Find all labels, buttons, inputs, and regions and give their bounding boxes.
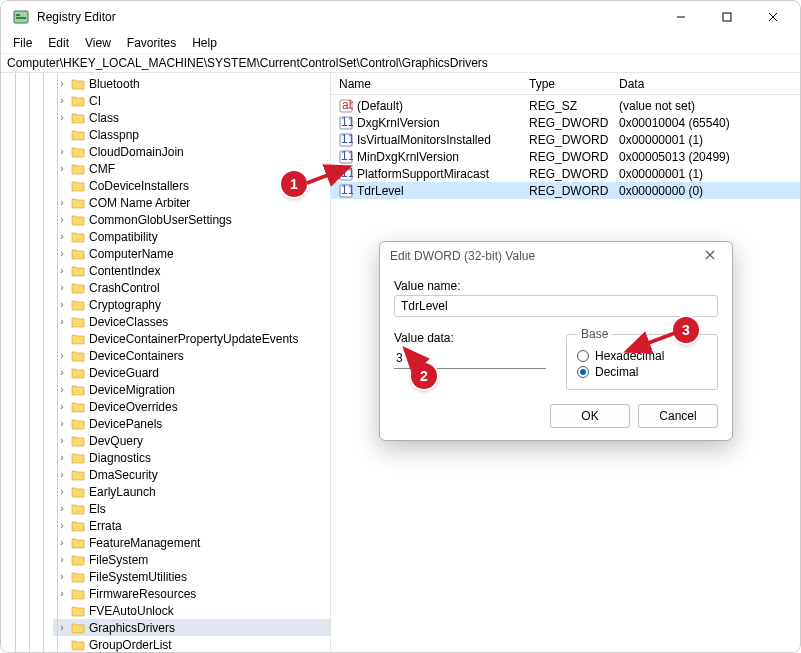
tree-item[interactable]: ›FileSystem bbox=[53, 551, 330, 568]
chevron-right-icon[interactable]: › bbox=[57, 95, 67, 106]
dialog-close-button[interactable] bbox=[698, 249, 722, 263]
chevron-right-icon[interactable]: › bbox=[57, 452, 67, 463]
tree-item[interactable]: ›DeviceClasses bbox=[53, 313, 330, 330]
tree-item[interactable]: ›CommonGlobUserSettings bbox=[53, 211, 330, 228]
tree-label: CloudDomainJoin bbox=[89, 145, 184, 159]
chevron-right-icon[interactable]: › bbox=[57, 197, 67, 208]
chevron-right-icon[interactable]: › bbox=[57, 112, 67, 123]
tree-pane[interactable]: ›Bluetooth›CI›ClassClasspnp›CloudDomainJ… bbox=[1, 73, 331, 652]
tree-item[interactable]: ›Class bbox=[53, 109, 330, 126]
tree-label: FirmwareResources bbox=[89, 587, 196, 601]
tree-item[interactable]: ›FeatureManagement bbox=[53, 534, 330, 551]
tree-item[interactable]: ›FirmwareResources bbox=[53, 585, 330, 602]
svg-rect-2 bbox=[16, 17, 26, 19]
titlebar[interactable]: Registry Editor bbox=[1, 1, 800, 33]
chevron-right-icon[interactable]: › bbox=[57, 503, 67, 514]
dialog-titlebar[interactable]: Edit DWORD (32-bit) Value bbox=[380, 242, 732, 269]
list-row[interactable]: 110DxgKrnlVersionREG_DWORD0x00010004 (65… bbox=[331, 114, 800, 131]
chevron-right-icon[interactable]: › bbox=[57, 622, 67, 633]
maximize-button[interactable] bbox=[704, 1, 750, 33]
tree-item[interactable]: FVEAutoUnlock bbox=[53, 602, 330, 619]
tree-item[interactable]: ›DeviceContainers bbox=[53, 347, 330, 364]
chevron-right-icon[interactable]: › bbox=[57, 486, 67, 497]
chevron-right-icon[interactable]: › bbox=[57, 401, 67, 412]
chevron-right-icon[interactable]: › bbox=[57, 571, 67, 582]
tree-item[interactable]: ›ContentIndex bbox=[53, 262, 330, 279]
tree-item[interactable]: ›GraphicsDrivers bbox=[53, 619, 330, 636]
value-type: REG_DWORD bbox=[521, 116, 611, 130]
address-bar[interactable]: Computer\HKEY_LOCAL_MACHINE\SYSTEM\Curre… bbox=[1, 53, 800, 73]
chevron-right-icon[interactable]: › bbox=[57, 367, 67, 378]
chevron-right-icon[interactable]: › bbox=[57, 78, 67, 89]
chevron-right-icon[interactable]: › bbox=[57, 588, 67, 599]
menu-file[interactable]: File bbox=[7, 35, 38, 51]
col-type[interactable]: Type bbox=[521, 75, 611, 93]
chevron-right-icon[interactable]: › bbox=[57, 231, 67, 242]
tree-item[interactable]: ›COM Name Arbiter bbox=[53, 194, 330, 211]
chevron-right-icon[interactable]: › bbox=[57, 435, 67, 446]
col-name[interactable]: Name bbox=[331, 75, 521, 93]
chevron-right-icon[interactable]: › bbox=[57, 316, 67, 327]
chevron-right-icon[interactable]: › bbox=[57, 554, 67, 565]
tree-item[interactable]: Classpnp bbox=[53, 126, 330, 143]
tree-item[interactable]: ›Diagnostics bbox=[53, 449, 330, 466]
chevron-right-icon[interactable]: › bbox=[57, 248, 67, 259]
chevron-right-icon[interactable]: › bbox=[57, 299, 67, 310]
chevron-right-icon[interactable]: › bbox=[57, 214, 67, 225]
value-name: DxgKrnlVersion bbox=[357, 116, 440, 130]
chevron-right-icon[interactable]: › bbox=[57, 469, 67, 480]
tree-label: CMF bbox=[89, 162, 115, 176]
menu-help[interactable]: Help bbox=[186, 35, 223, 51]
tree-item[interactable]: ›DevicePanels bbox=[53, 415, 330, 432]
list-row[interactable]: ab(Default)REG_SZ(value not set) bbox=[331, 97, 800, 114]
chevron-right-icon[interactable]: › bbox=[57, 265, 67, 276]
chevron-right-icon[interactable]: › bbox=[57, 384, 67, 395]
tree-item[interactable]: ›DeviceGuard bbox=[53, 364, 330, 381]
chevron-right-icon[interactable]: › bbox=[57, 163, 67, 174]
tree-item[interactable]: ›ComputerName bbox=[53, 245, 330, 262]
tree-item[interactable]: ›Bluetooth bbox=[53, 75, 330, 92]
tree-item[interactable]: ›Cryptography bbox=[53, 296, 330, 313]
radio-hexadecimal[interactable]: Hexadecimal bbox=[577, 349, 707, 363]
list-row[interactable]: 110IsVirtualMonitorsInstalledREG_DWORD0x… bbox=[331, 131, 800, 148]
folder-icon bbox=[71, 486, 85, 498]
tree-item[interactable]: DeviceContainerPropertyUpdateEvents bbox=[53, 330, 330, 347]
tree-item[interactable]: ›CI bbox=[53, 92, 330, 109]
tree-item[interactable]: ›EarlyLaunch bbox=[53, 483, 330, 500]
menu-favorites[interactable]: Favorites bbox=[121, 35, 182, 51]
value-data: 0x00000001 (1) bbox=[611, 167, 800, 181]
tree-item[interactable]: ›DmaSecurity bbox=[53, 466, 330, 483]
value-name-field[interactable]: TdrLevel bbox=[394, 295, 718, 317]
chevron-right-icon[interactable]: › bbox=[57, 520, 67, 531]
tree-item[interactable]: ›Errata bbox=[53, 517, 330, 534]
list-row[interactable]: 110PlatformSupportMiracastREG_DWORD0x000… bbox=[331, 165, 800, 182]
col-data[interactable]: Data bbox=[611, 75, 800, 93]
tree-item[interactable]: ›CrashControl bbox=[53, 279, 330, 296]
chevron-right-icon[interactable]: › bbox=[57, 350, 67, 361]
cancel-button[interactable]: Cancel bbox=[638, 404, 718, 428]
tree-item[interactable]: ›CloudDomainJoin bbox=[53, 143, 330, 160]
list-row[interactable]: 110MinDxgKrnlVersionREG_DWORD0x00005013 … bbox=[331, 148, 800, 165]
menu-edit[interactable]: Edit bbox=[42, 35, 75, 51]
chevron-right-icon[interactable]: › bbox=[57, 146, 67, 157]
tree-item[interactable]: ›FileSystemUtilities bbox=[53, 568, 330, 585]
tree-item[interactable]: ›Compatibility bbox=[53, 228, 330, 245]
list-row[interactable]: 110TdrLevelREG_DWORD0x00000000 (0) bbox=[331, 182, 800, 199]
minimize-button[interactable] bbox=[658, 1, 704, 33]
tree-item[interactable]: ›Els bbox=[53, 500, 330, 517]
folder-icon bbox=[71, 571, 85, 583]
tree-item[interactable]: ›DevQuery bbox=[53, 432, 330, 449]
tree-item[interactable]: ›DeviceOverrides bbox=[53, 398, 330, 415]
tree-item[interactable]: ›DeviceMigration bbox=[53, 381, 330, 398]
chevron-right-icon[interactable]: › bbox=[57, 418, 67, 429]
folder-icon bbox=[71, 588, 85, 600]
chevron-right-icon[interactable]: › bbox=[57, 537, 67, 548]
close-button[interactable] bbox=[750, 1, 796, 33]
folder-icon bbox=[71, 350, 85, 362]
chevron-right-icon[interactable]: › bbox=[57, 282, 67, 293]
value-name: IsVirtualMonitorsInstalled bbox=[357, 133, 491, 147]
tree-item[interactable]: GroupOrderList bbox=[53, 636, 330, 652]
menu-view[interactable]: View bbox=[79, 35, 117, 51]
radio-decimal[interactable]: Decimal bbox=[577, 365, 707, 379]
ok-button[interactable]: OK bbox=[550, 404, 630, 428]
